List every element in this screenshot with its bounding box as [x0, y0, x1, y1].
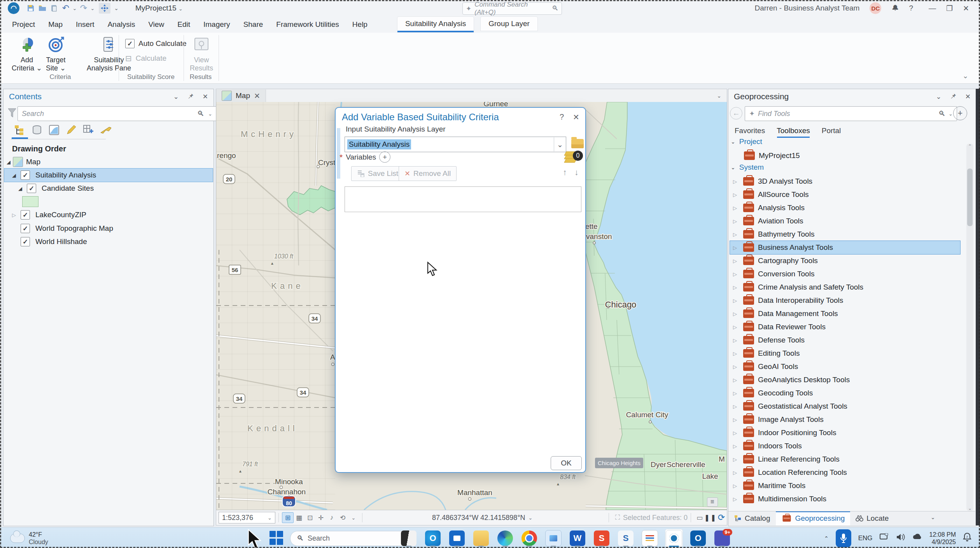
- notification-bell-icon[interactable]: z: [963, 532, 971, 544]
- move-up-icon[interactable]: ↑: [563, 168, 567, 177]
- gp-item-myproject15[interactable]: MyProject15: [744, 149, 800, 162]
- grid-toggle-icon[interactable]: ▦: [294, 513, 304, 523]
- collapse-ribbon-icon[interactable]: ⌄: [962, 72, 968, 80]
- candidate-sites-symbol-swatch[interactable]: [22, 196, 38, 207]
- add-variable-button[interactable]: +: [379, 151, 390, 163]
- collapsed-arrow-icon[interactable]: ▷: [733, 192, 739, 198]
- search-dropdown-icon[interactable]: ⌄: [948, 111, 953, 117]
- gp-toolbox-row[interactable]: ▷Location Referencing Tools: [733, 466, 847, 479]
- collapsed-arrow-icon[interactable]: ▷: [733, 311, 739, 317]
- move-down-icon[interactable]: ↓: [574, 168, 579, 177]
- map-overlay-button[interactable]: ≣: [707, 497, 718, 507]
- list-by-drawing-order-icon[interactable]: [14, 124, 26, 136]
- gp-toolbox-row[interactable]: ▷Maritime Tools: [733, 479, 805, 492]
- collapsed-arrow-icon[interactable]: ▷: [733, 205, 739, 211]
- taskbar-app-arcgis-pro[interactable]: [665, 529, 683, 547]
- taskbar-app-snagit-editor[interactable]: S: [617, 529, 635, 547]
- display-icon[interactable]: [880, 533, 889, 543]
- gp-toolbox-row[interactable]: ▷Geostatistical Analyst Tools: [733, 400, 847, 413]
- layer-tree-row[interactable]: ✓World Hillshade: [4, 235, 213, 248]
- layer-visibility-checkbox[interactable]: ✓: [27, 184, 36, 193]
- map-scale-dropdown[interactable]: 1:523,376⌄: [219, 512, 275, 523]
- collapsed-arrow-icon[interactable]: ▷: [733, 457, 739, 462]
- dock-options-icon[interactable]: ⌄: [931, 514, 935, 520]
- menu-tab-project[interactable]: Project: [5, 16, 42, 33]
- remove-all-button[interactable]: ✕ Remove All: [399, 166, 457, 181]
- help-icon[interactable]: ?: [909, 4, 913, 12]
- panel-menu-chevron-icon[interactable]: ⌄: [936, 93, 942, 101]
- collapsed-arrow-icon[interactable]: ▷: [733, 377, 739, 383]
- redo-button[interactable]: ↷: [78, 3, 89, 14]
- context-tab-suitability-analysis[interactable]: Suitability Analysis: [397, 17, 474, 32]
- undo-button[interactable]: ↶: [60, 3, 72, 14]
- collapsed-arrow-icon[interactable]: ▷: [12, 212, 18, 218]
- dialog-help-icon[interactable]: ?: [560, 112, 564, 121]
- open-button[interactable]: [37, 3, 48, 14]
- qat-customize-icon[interactable]: ⌄: [110, 3, 122, 14]
- ok-button[interactable]: OK: [551, 456, 582, 470]
- search-dropdown-icon[interactable]: ⌄: [208, 111, 212, 117]
- find-tools-input[interactable]: ✦ Find Tools 🔍︎ ⌄: [745, 106, 957, 121]
- taskbar-app-outlook[interactable]: O: [424, 529, 442, 547]
- crosshair-icon[interactable]: ✛: [315, 513, 326, 523]
- taskbar-app-snagit[interactable]: S: [593, 529, 611, 547]
- microphone-button[interactable]: [836, 529, 851, 547]
- gp-scrollbar[interactable]: ⌃ ⌄: [966, 144, 973, 511]
- gp-toolbox-row[interactable]: ▷Crime Analysis and Safety Tools: [733, 281, 863, 294]
- undo-dropdown-icon[interactable]: ⌄: [72, 3, 78, 14]
- menu-tab-edit[interactable]: Edit: [171, 16, 197, 33]
- layer-visibility-checkbox[interactable]: ✓: [21, 170, 30, 180]
- gp-toolbox-row[interactable]: ▷3D Analyst Tools: [733, 175, 812, 188]
- collapsed-arrow-icon[interactable]: ▷: [733, 404, 739, 409]
- gp-toolbox-row[interactable]: ▷Cartography Tools: [733, 254, 818, 267]
- scroll-down-icon[interactable]: ⌄: [966, 506, 973, 511]
- redo-dropdown-icon[interactable]: ⌄: [89, 3, 96, 14]
- gp-group-project[interactable]: ⌄Project: [731, 135, 762, 148]
- collapsed-arrow-icon[interactable]: ▷: [733, 337, 739, 343]
- speaker-icon[interactable]: [896, 533, 905, 543]
- notifications-bell-icon[interactable]: 🔔︎: [891, 4, 899, 12]
- expanded-arrow-icon[interactable]: ◢: [18, 186, 24, 191]
- avatar[interactable]: DC: [870, 2, 881, 14]
- explore-tool-button[interactable]: [99, 3, 110, 14]
- collapsed-arrow-icon[interactable]: ▷: [733, 179, 739, 184]
- target-site-button[interactable]: TargetSite ⌄: [46, 35, 66, 72]
- menu-tab-imagery[interactable]: Imagery: [197, 16, 237, 33]
- list-by-snapping-icon[interactable]: [99, 124, 112, 136]
- save-list-button[interactable]: Save List: [351, 166, 404, 181]
- map-coordinates[interactable]: 87.4863734°W 42.1415898°N⌄: [432, 514, 533, 522]
- close-button[interactable]: ✕: [963, 4, 969, 13]
- variables-list-box[interactable]: [345, 186, 581, 212]
- dialog-close-icon[interactable]: ✕: [573, 112, 579, 122]
- gp-toolbox-row[interactable]: ▷Analysis Tools: [733, 201, 805, 214]
- refresh-icon[interactable]: ⟳: [716, 513, 727, 523]
- pin-icon[interactable]: 📌︎: [950, 93, 957, 101]
- browse-folder-icon[interactable]: [571, 139, 584, 148]
- layer-tree-row[interactable]: ◢✓Suitability Analysis: [4, 169, 213, 182]
- gp-tab-toolboxes[interactable]: Toolboxes: [777, 126, 810, 137]
- calculate-button[interactable]: ⊟ Calculate: [125, 54, 166, 63]
- audio-cue-icon[interactable]: ♪: [326, 513, 337, 523]
- back-button[interactable]: ←: [730, 107, 742, 119]
- contents-search-input[interactable]: Search 🔍︎ ⌄: [18, 106, 217, 121]
- taskbar-app-outlook-mail[interactable]: O: [689, 529, 707, 547]
- gp-toolbox-row[interactable]: ▷GeoAI Tools: [733, 360, 798, 373]
- taskbar-app-folder[interactable]: [472, 529, 490, 547]
- dock-tab-locate[interactable]: Locate: [850, 511, 894, 525]
- pause-icon[interactable]: ❚❚: [705, 513, 716, 523]
- gp-toolbox-row[interactable]: ▷Indoors Tools: [733, 439, 802, 453]
- taskbar-app-teams[interactable]: 9+: [713, 529, 731, 547]
- paste-button[interactable]: [48, 3, 60, 14]
- gp-tab-portal[interactable]: Portal: [822, 126, 841, 137]
- gp-toolbox-row[interactable]: ▷Data Management Tools: [733, 307, 838, 320]
- gp-toolbox-row[interactable]: ▷Conversion Tools: [733, 267, 814, 281]
- pin-icon[interactable]: 📌︎: [187, 93, 194, 101]
- layer-tree-row[interactable]: ✓World Topographic Map: [4, 222, 213, 235]
- taskbar-app-photos[interactable]: [544, 529, 562, 547]
- collapsed-arrow-icon[interactable]: ▷: [733, 430, 739, 436]
- menu-tab-framework-utilities[interactable]: Framework Utilities: [270, 16, 346, 33]
- layer-visibility-checkbox[interactable]: ✓: [21, 224, 30, 233]
- collapsed-arrow-icon[interactable]: ▷: [733, 285, 739, 290]
- collapsed-arrow-icon[interactable]: ▷: [733, 218, 739, 224]
- collapsed-arrow-icon[interactable]: ▷: [733, 232, 739, 237]
